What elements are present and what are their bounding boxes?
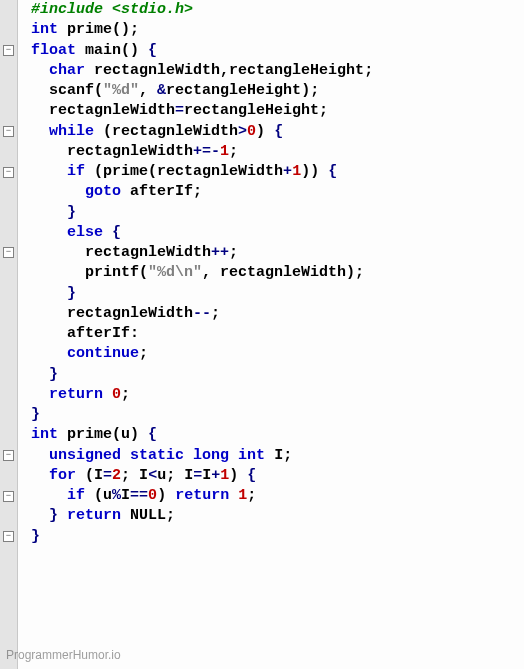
token-ident: I xyxy=(139,467,148,484)
token-punc: ; xyxy=(229,244,238,261)
token-punc: ; xyxy=(121,467,139,484)
token-punc: ( xyxy=(76,467,94,484)
token-punc: ( xyxy=(94,123,112,140)
code-line: char rectagnleWidth,rectangleHeight; xyxy=(22,61,373,81)
token-ident: u xyxy=(121,426,130,443)
token-num: 1 xyxy=(220,467,229,484)
token-punc: ) xyxy=(229,467,247,484)
token-op: & xyxy=(157,82,166,99)
token-kw: goto xyxy=(85,183,121,200)
fold-gutter: −−−−−−− xyxy=(0,0,18,669)
token-punc: : xyxy=(130,325,139,342)
token-punc: ) xyxy=(157,487,175,504)
token-punc xyxy=(265,447,274,464)
token-kw: int xyxy=(31,21,58,38)
code-line: } xyxy=(22,405,373,425)
token-op: = xyxy=(175,102,184,119)
token-op: -- xyxy=(193,305,211,322)
token-brace: { xyxy=(328,163,337,180)
token-kw: float xyxy=(31,42,76,59)
token-kw: int xyxy=(238,447,265,464)
token-punc xyxy=(85,62,94,79)
token-punc: , xyxy=(220,62,229,79)
code-line: rectagnleWidth+=-1; xyxy=(22,142,373,162)
token-kw: if xyxy=(67,163,85,180)
code-line: } xyxy=(22,203,373,223)
token-op: > xyxy=(238,123,247,140)
token-punc: , xyxy=(202,264,220,281)
token-kw: else xyxy=(67,224,103,241)
code-line: return 0; xyxy=(22,385,373,405)
token-num: 0 xyxy=(247,123,256,140)
token-preproc: #include <stdio.h> xyxy=(31,1,193,18)
token-punc: ; xyxy=(193,183,202,200)
token-ident: NULL xyxy=(130,507,166,524)
code-line: int prime(u) { xyxy=(22,425,373,445)
fold-toggle[interactable]: − xyxy=(3,531,14,542)
token-ident: afterIf xyxy=(67,325,130,342)
fold-toggle[interactable]: − xyxy=(3,247,14,258)
token-fn: main xyxy=(85,42,121,59)
token-brace: { xyxy=(148,426,157,443)
token-ident: rectangleHeight xyxy=(229,62,364,79)
token-kw: long xyxy=(193,447,229,464)
token-punc: ( xyxy=(139,264,148,281)
code-line: unsigned static long int I; xyxy=(22,446,373,466)
watermark: ProgrammerHumor.io xyxy=(6,647,121,663)
token-op: = xyxy=(193,467,202,484)
token-num: 2 xyxy=(112,467,121,484)
code-line: for (I=2; I<u; I=I+1) { xyxy=(22,466,373,486)
token-ident: rectagnleWidth xyxy=(67,143,193,160)
code-line: #include <stdio.h> xyxy=(22,0,373,20)
token-punc xyxy=(58,507,67,524)
token-punc xyxy=(121,447,130,464)
token-punc xyxy=(121,183,130,200)
token-punc xyxy=(121,507,130,524)
fold-toggle[interactable]: − xyxy=(3,491,14,502)
token-punc: ) xyxy=(130,426,148,443)
fold-toggle[interactable]: − xyxy=(3,450,14,461)
token-op: ++ xyxy=(211,244,229,261)
code-line: if (prime(rectagnleWidth+1)) { xyxy=(22,162,373,182)
code-line: float main() { xyxy=(22,41,373,61)
token-kw: char xyxy=(49,62,85,79)
token-brace: } xyxy=(49,507,58,524)
token-punc: ; xyxy=(139,345,148,362)
token-ident: I xyxy=(184,467,193,484)
token-op: - xyxy=(211,143,220,160)
token-ident: rectangleHeight xyxy=(184,102,319,119)
token-fn: printf xyxy=(85,264,139,281)
code-editor: −−−−−−− #include <stdio.h> int prime(); … xyxy=(0,0,524,669)
fold-toggle[interactable]: − xyxy=(3,126,14,137)
token-punc xyxy=(58,426,67,443)
token-punc: ( xyxy=(85,487,103,504)
token-ident: I xyxy=(121,487,130,504)
token-kw: return xyxy=(175,487,229,504)
token-brace: } xyxy=(31,528,40,545)
token-punc: )) xyxy=(301,163,328,180)
token-punc: ; xyxy=(121,386,130,403)
token-kw: int xyxy=(31,426,58,443)
token-fn: prime xyxy=(67,426,112,443)
token-brace: } xyxy=(67,285,76,302)
code-line: } return NULL; xyxy=(22,506,373,526)
token-fn: prime xyxy=(67,21,112,38)
token-punc: ; xyxy=(247,487,256,504)
token-punc: ; xyxy=(283,447,292,464)
token-kw: while xyxy=(49,123,94,140)
code-line: } xyxy=(22,527,373,547)
code-line: goto afterIf; xyxy=(22,182,373,202)
code-line: rectagnleWidth--; xyxy=(22,304,373,324)
token-punc xyxy=(76,42,85,59)
token-op: += xyxy=(193,143,211,160)
fold-toggle[interactable]: − xyxy=(3,45,14,56)
token-op: == xyxy=(130,487,148,504)
code-line: continue; xyxy=(22,344,373,364)
code-line: if (u%I==0) return 1; xyxy=(22,486,373,506)
fold-toggle[interactable]: − xyxy=(3,167,14,178)
token-ident: rectagnleWidth xyxy=(157,163,283,180)
token-kw: continue xyxy=(67,345,139,362)
token-brace: } xyxy=(67,204,76,221)
code-line: while (rectagnleWidth>0) { xyxy=(22,122,373,142)
token-ident: rectagnleWidth xyxy=(94,62,220,79)
